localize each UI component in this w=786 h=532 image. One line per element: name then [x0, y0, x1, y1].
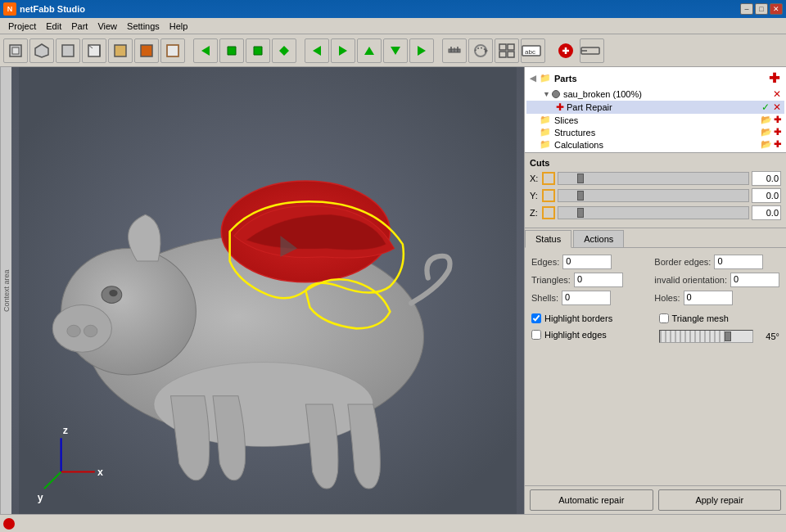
repair-check-icon: ✓	[761, 101, 770, 113]
move-left-button[interactable]	[305, 38, 329, 63]
tab-actions[interactable]: Actions	[573, 230, 624, 247]
structures-open-icon[interactable]: 📂	[761, 127, 772, 138]
measure-tool-button[interactable]	[442, 38, 467, 63]
svg-marker-2	[35, 44, 48, 57]
minimize-button[interactable]: –	[740, 3, 753, 15]
holes-value: 0	[684, 291, 733, 305]
structures-actions: 📂 ✚	[761, 127, 781, 138]
move-down-button[interactable]	[383, 38, 408, 63]
svg-rect-30	[508, 52, 514, 57]
angle-slider[interactable]	[659, 330, 754, 343]
repair-plus-icon: ✚	[556, 101, 564, 113]
svg-rect-8	[141, 45, 152, 56]
cut-x-slider[interactable]	[558, 172, 749, 185]
app-title: netFabb Studio	[20, 4, 740, 14]
triangle-mesh-checkbox[interactable]	[659, 313, 669, 323]
structures-add-icon[interactable]: ✚	[774, 127, 781, 138]
cut-z-value: 0.0	[752, 205, 781, 220]
svg-point-45	[109, 290, 117, 296]
checkboxes-section: Highlight borders Triangle mesh Highligh…	[531, 313, 779, 343]
rotate3d-button[interactable]	[468, 38, 493, 63]
svg-text:y: y	[38, 492, 43, 503]
statusbar	[0, 514, 786, 532]
calculations-add-icon[interactable]: ✚	[774, 139, 781, 150]
rotate-button[interactable]	[409, 38, 434, 63]
svg-rect-7	[115, 45, 126, 56]
move-up-button[interactable]	[357, 38, 382, 63]
length-button[interactable]	[580, 38, 604, 63]
zoom-button[interactable]	[246, 38, 270, 63]
highlight-borders-checkbox[interactable]	[531, 313, 541, 323]
folder-icon-structures: 📁	[540, 127, 551, 138]
svg-rect-28	[508, 44, 514, 50]
nav-zoom-button[interactable]	[219, 38, 244, 63]
calculations-open-icon[interactable]: 📂	[761, 139, 772, 150]
repair-delete-icon: ✕	[773, 101, 781, 113]
move-right-button[interactable]	[331, 38, 355, 63]
maximize-button[interactable]: □	[755, 3, 768, 15]
svg-marker-18	[391, 47, 400, 55]
svg-rect-27	[499, 44, 506, 50]
svg-point-41	[52, 305, 111, 353]
highlight-edges-checkbox[interactable]	[531, 330, 541, 340]
tree-item-sau[interactable]: ▼ sau_broken (100%) ✕	[526, 88, 784, 101]
view-3d-button[interactable]	[134, 38, 159, 63]
app-icon: N	[3, 2, 16, 16]
automatic-repair-button[interactable]: Automatic repair	[530, 489, 653, 511]
view-front-button[interactable]	[3, 38, 28, 63]
tab-status[interactable]: Status	[525, 230, 571, 248]
folder-icon-parts: 📁	[540, 73, 551, 83]
close-button[interactable]: ✕	[770, 3, 783, 15]
view-right-button[interactable]	[82, 38, 106, 63]
view-top-button[interactable]	[56, 38, 80, 63]
slices-open-icon[interactable]: 📂	[761, 115, 772, 125]
shells-row: Shells: 0	[531, 291, 648, 305]
view-iso-button[interactable]	[29, 38, 54, 63]
status-grid: Edges: 0 Border edges: 0 Triangles: 0 in…	[531, 255, 779, 305]
tree-item-slices[interactable]: 📁 Slices 📂 ✚	[526, 114, 784, 126]
svg-text:abc: abc	[525, 48, 535, 56]
gray-circle-icon	[552, 90, 560, 98]
slices-add-icon[interactable]: ✚	[774, 115, 781, 125]
shells-label: Shells:	[531, 293, 558, 303]
menu-settings[interactable]: Settings	[122, 20, 165, 33]
apply-repair-button[interactable]: Apply repair	[658, 489, 782, 511]
menu-edit[interactable]: Edit	[41, 20, 66, 33]
text-input-button[interactable]: abc	[521, 38, 545, 63]
border-edges-row: Border edges: 0	[654, 255, 779, 269]
view-bottom-button[interactable]	[108, 38, 133, 63]
cut-x-value: 0.0	[752, 171, 781, 186]
viewport[interactable]: Context area	[0, 67, 524, 514]
add-button[interactable]	[553, 38, 578, 63]
folder-icon-calculations: 📁	[540, 139, 551, 150]
menu-project[interactable]: Project	[3, 20, 41, 33]
sau-check-icon: ✕	[773, 88, 781, 100]
cut-row-y: Y: 0.0	[530, 188, 781, 203]
svg-point-43	[84, 325, 97, 336]
view-wire-button[interactable]	[160, 38, 185, 63]
menu-help[interactable]: Help	[165, 20, 193, 33]
tree-item-structures[interactable]: 📁 Structures 📂 ✚	[526, 126, 784, 138]
parts-add-button[interactable]: ✚	[769, 70, 779, 86]
cut-z-toggle[interactable]	[542, 206, 555, 219]
zoom-fit-button[interactable]	[272, 38, 296, 63]
cut-x-toggle[interactable]	[542, 172, 555, 185]
grid-button[interactable]	[495, 38, 519, 63]
svg-marker-11	[201, 46, 210, 56]
cut-y-toggle[interactable]	[542, 189, 555, 202]
menu-part[interactable]: Part	[66, 20, 93, 33]
cut-z-slider[interactable]	[558, 206, 749, 219]
menu-view[interactable]: View	[93, 20, 122, 33]
cut-z-label: Z:	[530, 208, 540, 218]
cut-row-x: X: 0.0	[530, 171, 781, 186]
pig-3d-area[interactable]: z x y	[11, 67, 524, 514]
holes-label: Holes:	[654, 293, 680, 303]
cut-y-slider[interactable]	[558, 189, 749, 202]
structures-label: Structures	[554, 128, 595, 138]
tree-item-repair[interactable]: ✚ Part Repair ✓ ✕	[526, 101, 784, 114]
titlebar: N netFabb Studio – □ ✕	[0, 0, 786, 18]
right-panel: ◀ 📁 Parts ✚ ▼ sau_broken (100%) ✕ ✚ Part…	[524, 67, 786, 514]
tabs-header: Status Actions	[525, 228, 786, 248]
tree-item-calculations[interactable]: 📁 Calculations 📂 ✚	[526, 138, 784, 151]
nav-left-button[interactable]	[193, 38, 218, 63]
